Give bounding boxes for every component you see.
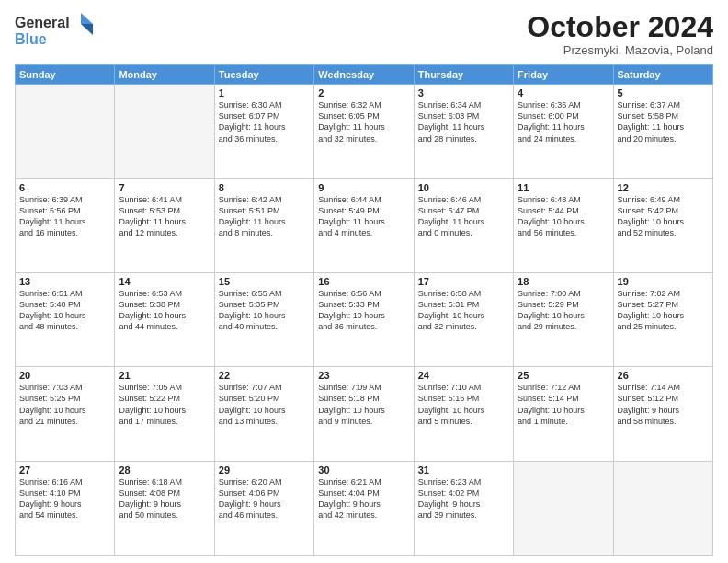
table-row: 12Sunrise: 6:49 AM Sunset: 5:42 PM Dayli… [613, 178, 712, 272]
table-row: 17Sunrise: 6:58 AM Sunset: 5:31 PM Dayli… [414, 272, 513, 366]
day-content: Sunrise: 7:07 AM Sunset: 5:20 PM Dayligh… [219, 382, 310, 427]
table-row: 28Sunrise: 6:18 AM Sunset: 4:08 PM Dayli… [115, 461, 214, 555]
day-content: Sunrise: 7:00 AM Sunset: 5:29 PM Dayligh… [518, 288, 609, 333]
day-number: 26 [618, 370, 709, 381]
table-row [115, 85, 214, 178]
day-number: 8 [219, 182, 310, 193]
day-number: 20 [19, 370, 110, 381]
table-row: 19Sunrise: 7:02 AM Sunset: 5:27 PM Dayli… [613, 272, 712, 366]
day-number: 1 [219, 87, 310, 98]
day-number: 6 [19, 182, 110, 193]
table-row: 22Sunrise: 7:07 AM Sunset: 5:20 PM Dayli… [214, 367, 313, 461]
table-row: 14Sunrise: 6:53 AM Sunset: 5:38 PM Dayli… [115, 272, 214, 366]
table-row: 21Sunrise: 7:05 AM Sunset: 5:22 PM Dayli… [115, 367, 214, 461]
table-row: 1Sunrise: 6:30 AM Sunset: 6:07 PM Daylig… [214, 85, 313, 178]
table-row: 11Sunrise: 6:48 AM Sunset: 5:44 PM Dayli… [514, 178, 613, 272]
col-tuesday: Tuesday [214, 65, 313, 85]
table-row: 10Sunrise: 6:46 AM Sunset: 5:47 PM Dayli… [414, 178, 513, 272]
day-content: Sunrise: 6:51 AM Sunset: 5:40 PM Dayligh… [19, 288, 110, 333]
table-row: 13Sunrise: 6:51 AM Sunset: 5:40 PM Dayli… [16, 272, 115, 366]
calendar-table: Sunday Monday Tuesday Wednesday Thursday… [15, 64, 713, 556]
table-row: 25Sunrise: 7:12 AM Sunset: 5:14 PM Dayli… [514, 367, 613, 461]
day-number: 27 [19, 465, 110, 476]
calendar-week-row: 27Sunrise: 6:16 AM Sunset: 4:10 PM Dayli… [16, 461, 713, 555]
day-content: Sunrise: 6:37 AM Sunset: 5:58 PM Dayligh… [618, 99, 709, 144]
location-subtitle: Przesmyki, Mazovia, Poland [527, 43, 713, 57]
col-monday: Monday [115, 65, 214, 85]
day-number: 19 [618, 276, 709, 287]
table-row: 20Sunrise: 7:03 AM Sunset: 5:25 PM Dayli… [16, 367, 115, 461]
table-row: 9Sunrise: 6:44 AM Sunset: 5:49 PM Daylig… [314, 178, 414, 272]
day-content: Sunrise: 7:03 AM Sunset: 5:25 PM Dayligh… [19, 382, 110, 427]
day-content: Sunrise: 6:39 AM Sunset: 5:56 PM Dayligh… [19, 194, 110, 239]
day-number: 29 [219, 465, 310, 476]
table-row: 8Sunrise: 6:42 AM Sunset: 5:51 PM Daylig… [214, 178, 313, 272]
day-number: 22 [219, 370, 310, 381]
svg-marker-2 [81, 13, 93, 24]
day-content: Sunrise: 7:14 AM Sunset: 5:12 PM Dayligh… [618, 382, 709, 427]
table-row: 4Sunrise: 6:36 AM Sunset: 6:00 PM Daylig… [514, 85, 613, 178]
table-row: 15Sunrise: 6:55 AM Sunset: 5:35 PM Dayli… [214, 272, 313, 366]
day-content: Sunrise: 6:32 AM Sunset: 6:05 PM Dayligh… [318, 99, 409, 144]
day-content: Sunrise: 6:48 AM Sunset: 5:44 PM Dayligh… [518, 194, 609, 239]
day-content: Sunrise: 6:23 AM Sunset: 4:02 PM Dayligh… [418, 477, 509, 522]
table-row: 16Sunrise: 6:56 AM Sunset: 5:33 PM Dayli… [314, 272, 414, 366]
day-content: Sunrise: 7:12 AM Sunset: 5:14 PM Dayligh… [518, 382, 609, 427]
page-header: General Blue October 2024 Przesmyki, Maz… [15, 11, 713, 57]
day-content: Sunrise: 7:05 AM Sunset: 5:22 PM Dayligh… [119, 382, 210, 427]
table-row [613, 461, 712, 555]
calendar-header-row: Sunday Monday Tuesday Wednesday Thursday… [16, 65, 713, 85]
day-number: 30 [318, 465, 409, 476]
day-number: 15 [219, 276, 310, 287]
day-content: Sunrise: 7:02 AM Sunset: 5:27 PM Dayligh… [618, 288, 709, 333]
day-content: Sunrise: 7:09 AM Sunset: 5:18 PM Dayligh… [318, 382, 409, 427]
day-content: Sunrise: 6:44 AM Sunset: 5:49 PM Dayligh… [318, 194, 409, 239]
day-content: Sunrise: 6:53 AM Sunset: 5:38 PM Dayligh… [119, 288, 210, 333]
day-number: 21 [119, 370, 210, 381]
day-number: 9 [318, 182, 409, 193]
calendar-week-row: 20Sunrise: 7:03 AM Sunset: 5:25 PM Dayli… [16, 367, 713, 461]
table-row [16, 85, 115, 178]
table-row: 6Sunrise: 6:39 AM Sunset: 5:56 PM Daylig… [16, 178, 115, 272]
table-row: 26Sunrise: 7:14 AM Sunset: 5:12 PM Dayli… [613, 367, 712, 461]
table-row: 3Sunrise: 6:34 AM Sunset: 6:03 PM Daylig… [414, 85, 513, 178]
day-number: 3 [418, 87, 509, 98]
day-number: 23 [318, 370, 409, 381]
svg-text:Blue: Blue [15, 31, 47, 47]
day-number: 18 [518, 276, 609, 287]
svg-text:General: General [15, 15, 70, 30]
day-content: Sunrise: 6:58 AM Sunset: 5:31 PM Dayligh… [418, 288, 509, 333]
day-number: 13 [19, 276, 110, 287]
table-row: 27Sunrise: 6:16 AM Sunset: 4:10 PM Dayli… [16, 461, 115, 555]
day-content: Sunrise: 6:18 AM Sunset: 4:08 PM Dayligh… [119, 477, 210, 522]
table-row: 18Sunrise: 7:00 AM Sunset: 5:29 PM Dayli… [514, 272, 613, 366]
day-content: Sunrise: 6:49 AM Sunset: 5:42 PM Dayligh… [618, 194, 709, 239]
day-content: Sunrise: 6:46 AM Sunset: 5:47 PM Dayligh… [418, 194, 509, 239]
day-content: Sunrise: 6:55 AM Sunset: 5:35 PM Dayligh… [219, 288, 310, 333]
title-block: October 2024 Przesmyki, Mazovia, Poland [527, 11, 713, 57]
day-number: 12 [618, 182, 709, 193]
table-row: 31Sunrise: 6:23 AM Sunset: 4:02 PM Dayli… [414, 461, 513, 555]
day-number: 28 [119, 465, 210, 476]
day-number: 7 [119, 182, 210, 193]
table-row [514, 461, 613, 555]
col-friday: Friday [514, 65, 613, 85]
table-row: 29Sunrise: 6:20 AM Sunset: 4:06 PM Dayli… [214, 461, 313, 555]
day-number: 16 [318, 276, 409, 287]
day-number: 14 [119, 276, 210, 287]
logo-text: General Blue [15, 11, 102, 53]
day-content: Sunrise: 6:21 AM Sunset: 4:04 PM Dayligh… [318, 477, 409, 522]
table-row: 2Sunrise: 6:32 AM Sunset: 6:05 PM Daylig… [314, 85, 414, 178]
day-number: 2 [318, 87, 409, 98]
day-number: 5 [618, 87, 709, 98]
day-number: 11 [518, 182, 609, 193]
table-row: 23Sunrise: 7:09 AM Sunset: 5:18 PM Dayli… [314, 367, 414, 461]
calendar-week-row: 13Sunrise: 6:51 AM Sunset: 5:40 PM Dayli… [16, 272, 713, 366]
day-content: Sunrise: 6:36 AM Sunset: 6:00 PM Dayligh… [518, 99, 609, 144]
day-number: 31 [418, 465, 509, 476]
logo: General Blue [15, 11, 102, 53]
col-wednesday: Wednesday [314, 65, 414, 85]
day-content: Sunrise: 6:16 AM Sunset: 4:10 PM Dayligh… [19, 477, 110, 522]
day-content: Sunrise: 6:34 AM Sunset: 6:03 PM Dayligh… [418, 99, 509, 144]
day-number: 10 [418, 182, 509, 193]
